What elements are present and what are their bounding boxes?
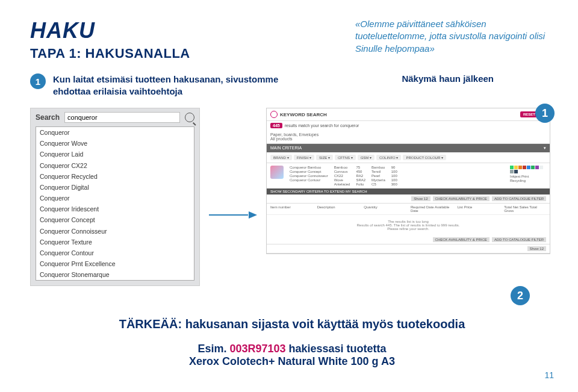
filter-value[interactable]: Conqueror Contour: [290, 178, 328, 182]
suggestion-item[interactable]: Conqueror: [36, 127, 194, 138]
show-button-2[interactable]: Show 12: [527, 246, 546, 251]
results-screenshot: 1 KEYWORD SEARCH RESET ALL 445 results m…: [266, 108, 550, 254]
filter-dropdown[interactable]: PRODUCT COLOUR ▾: [403, 155, 446, 160]
filter-value[interactable]: Pearl: [371, 174, 385, 178]
filter-dropdown[interactable]: FINISH ▾: [294, 155, 314, 160]
colour-column: Inkjest PrintRecycling: [510, 166, 546, 186]
step-1-text: Kun laitat etsimäsi tuotteen hakusanan, …: [53, 73, 306, 97]
filter-dropdown[interactable]: CFTNS ▾: [335, 155, 356, 160]
filter-value[interactable]: SRA2: [356, 178, 365, 182]
suggestions-list: ConquerorConqueror WoveConqueror LaidCon…: [36, 126, 194, 281]
suggestion-item[interactable]: Conqueror Contour: [36, 247, 194, 258]
search-icon[interactable]: [185, 113, 194, 122]
suggestion-item[interactable]: Conqueror Connoisseur: [36, 226, 194, 237]
add-filter-button-2[interactable]: ADD TO CATALOGUE FILTER: [492, 237, 546, 242]
filter-value[interactable]: CX22: [334, 174, 350, 178]
show-button[interactable]: Show 12: [411, 196, 430, 201]
filter-value[interactable]: 450: [356, 170, 365, 173]
colour-swatch[interactable]: [510, 170, 514, 173]
filter-value[interactable]: 100: [391, 178, 397, 182]
filter-value[interactable]: RA2: [356, 174, 365, 178]
colour-swatch[interactable]: [539, 166, 543, 169]
example-code: 003R97103: [229, 343, 285, 355]
suggestion-item[interactable]: Conqueror Iridescent: [36, 204, 194, 214]
filter-value[interactable]: Recycling: [510, 179, 546, 182]
filter-value[interactable]: 90: [391, 166, 397, 169]
filter-value[interactable]: Bamboo: [334, 166, 350, 169]
filter-value[interactable]: Conrous: [334, 170, 350, 173]
filter-value[interactable]: 100: [391, 174, 397, 178]
filter-value[interactable]: 75: [356, 166, 365, 169]
brand-column: Conqueror BambooConqueror ConceptConquer…: [290, 166, 328, 186]
filter-value[interactable]: Antelaced: [334, 182, 350, 186]
search-input[interactable]: [64, 112, 180, 123]
search-screenshot: Search ConquerorConqueror WoveConqueror …: [30, 108, 200, 286]
filter-value[interactable]: Mycteria: [371, 178, 385, 182]
table-column-header: Description: [317, 205, 359, 213]
table-column-header: Quantity: [364, 205, 406, 213]
filter-dropdown[interactable]: BRAND ▾: [270, 155, 292, 160]
filter-value[interactable]: Folio: [356, 182, 365, 186]
action-row-3: Show 12: [267, 244, 550, 254]
filter-value[interactable]: Conqueror Bamboo: [290, 166, 328, 169]
filter-value[interactable]: Conqueror Concept: [290, 170, 328, 173]
colour-swatch[interactable]: [510, 166, 514, 169]
filter-value[interactable]: Tencil: [371, 170, 385, 173]
suggestion-item[interactable]: Conqueror Laid: [36, 149, 194, 160]
suggestion-item[interactable]: Conqueror CX22: [36, 160, 194, 171]
chevron-down-icon: ▾: [544, 146, 546, 151]
colour-swatch[interactable]: [514, 166, 518, 169]
suggestion-item[interactable]: Conqueror Concept: [36, 214, 194, 225]
filter-value[interactable]: C5: [371, 182, 385, 186]
keyword-search-header: KEYWORD SEARCH RESET ALL: [267, 108, 550, 121]
action-row-2: CHECK AVAILABILITY & PRICE ADD TO CATALO…: [267, 235, 550, 244]
result-count-text: results match your search for conqueror: [285, 123, 359, 128]
keyword-search-label: KEYWORD SEARCH: [280, 112, 327, 117]
suggestion-item[interactable]: Conqueror: [36, 193, 194, 204]
colour-swatch[interactable]: [518, 166, 522, 169]
filter-value[interactable]: 100: [391, 170, 397, 173]
suggestion-item[interactable]: Conqueror Digital: [36, 182, 194, 193]
size-column: 75450RA2SRA2Folio: [356, 166, 365, 186]
suggestion-item[interactable]: Conqueror Recycled: [36, 171, 194, 182]
colour-swatch[interactable]: [527, 166, 530, 169]
suggestion-item[interactable]: Conqueror Prnt Excellence: [36, 258, 194, 269]
colour-swatch[interactable]: [514, 170, 518, 173]
main-criteria-bar[interactable]: MAIN CRITERIA ▾: [267, 144, 550, 152]
colour-swatch[interactable]: [523, 166, 526, 169]
add-filter-button[interactable]: ADD TO CATALOGUE FILTER: [492, 196, 546, 201]
empty-line-3: Please refine your search.: [272, 227, 545, 231]
colour-swatch[interactable]: [531, 166, 535, 169]
colour-swatches: [510, 166, 546, 173]
suggestion-item[interactable]: Conqueror Wove: [36, 138, 194, 149]
colour-swatch[interactable]: [535, 166, 539, 169]
secondary-criteria-bar[interactable]: SHOW SECONDARY CRITERIA TO EXTEND MY SEA…: [267, 188, 550, 194]
filter-value[interactable]: Bamboo: [371, 166, 385, 169]
example-mid: hakiessasi tuotetta: [289, 343, 387, 355]
suggestion-item[interactable]: Conqueror Texture: [36, 237, 194, 247]
important-note: TÄRKEÄÄ: hakusanan sijasta voit käyttää …: [30, 316, 554, 332]
filter-value[interactable]: Inkjest Print: [510, 175, 546, 178]
table-column-header: List Price: [458, 205, 500, 213]
suggestion-item[interactable]: Conqueror Stonemarque: [36, 269, 194, 280]
filter-value[interactable]: 300: [391, 182, 397, 186]
target-icon: [270, 111, 278, 118]
filter-row: BRAND ▾FINISH ▾SIZE ▾CFTNS ▾GSM ▾COLINFO…: [267, 152, 550, 163]
filter-value[interactable]: Conqueror Connoisseur: [290, 174, 328, 178]
marker-2: 2: [511, 286, 530, 305]
table-column-header: Required Date Available Date: [411, 205, 453, 213]
filter-dropdown[interactable]: COLINFO ▾: [376, 155, 401, 160]
filter-dropdown[interactable]: SIZE ▾: [316, 155, 333, 160]
check-availability-button[interactable]: CHECK AVAILABILITY & PRICE: [433, 196, 489, 201]
empty-results-message: The results list is too long Results of …: [267, 215, 550, 235]
bottom-text-block: TÄRKEÄÄ: hakusanan sijasta voit käyttää …: [30, 316, 554, 368]
thumbnail: [270, 166, 284, 179]
after-search-label: Näkymä haun jälkeen: [402, 73, 554, 84]
arrow-icon: [209, 211, 257, 219]
finish-column: BambooConrousCX22WoveAntelaced: [334, 166, 350, 186]
filter-value[interactable]: Wove: [334, 178, 350, 182]
screenshots-row: Search ConquerorConqueror WoveConqueror …: [30, 108, 554, 286]
filter-dropdown[interactable]: GSM ▾: [358, 155, 374, 160]
check-availability-button-2[interactable]: CHECK AVAILABILITY & PRICE: [433, 237, 489, 242]
col-info: Inkjest PrintRecycling: [510, 175, 546, 182]
